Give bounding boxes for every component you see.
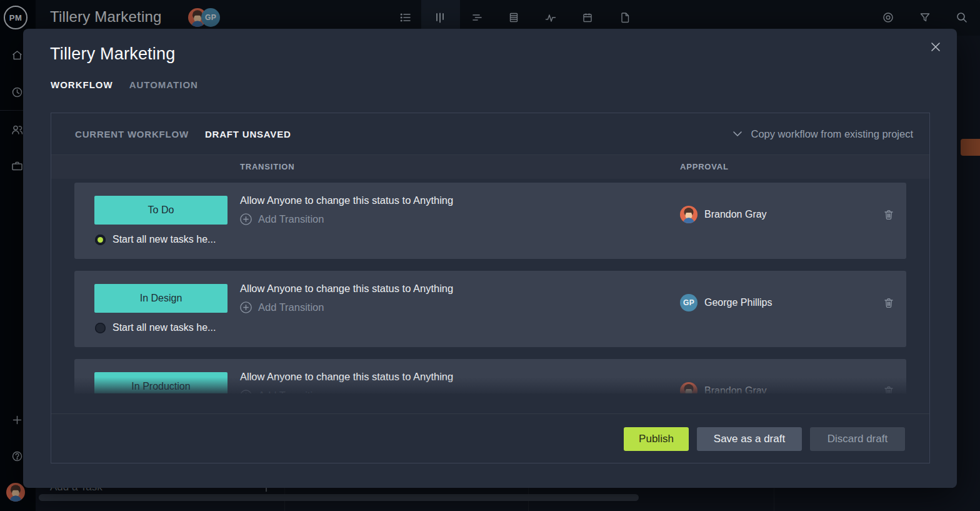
approver-avatar <box>680 206 698 223</box>
add-transition-label: Add Transition <box>258 213 324 225</box>
copy-workflow-dropdown[interactable]: Copy workflow from existing project <box>732 128 913 140</box>
radio-unselected[interactable] <box>95 323 106 333</box>
tab-draft-unsaved[interactable]: DRAFT UNSAVED <box>205 129 291 139</box>
copy-workflow-label: Copy workflow from existing project <box>751 128 913 140</box>
column-header-transition: TRANSITION <box>240 162 294 171</box>
trash-icon[interactable] <box>882 208 895 221</box>
publish-button[interactable]: Publish <box>624 427 689 451</box>
chevron-down-icon <box>732 131 742 137</box>
circle-plus-icon <box>240 301 252 313</box>
approver-name: George Phillips <box>704 294 772 311</box>
circle-plus-icon <box>240 213 252 225</box>
transition-column: Allow Anyone to change this status to An… <box>240 183 680 259</box>
discard-draft-button[interactable]: Discard draft <box>810 427 905 451</box>
tab-workflow[interactable]: WORKFLOW <box>51 79 113 90</box>
modal-tabs: WORKFLOW AUTOMATION <box>51 79 198 90</box>
transition-column: Allow Anyone to change this status to An… <box>240 271 680 347</box>
status-column: In Production <box>74 359 240 393</box>
tab-current-workflow[interactable]: CURRENT WORKFLOW <box>75 129 189 139</box>
status-chip[interactable]: In Production <box>94 372 228 393</box>
trash-icon[interactable] <box>882 385 895 393</box>
add-transition-button[interactable]: Add Transition <box>240 301 680 313</box>
modal-title: Tillery Marketing <box>50 44 175 64</box>
add-transition-label: Add Transition <box>258 390 324 393</box>
tab-automation[interactable]: AUTOMATION <box>129 79 198 90</box>
start-tasks-radio-row[interactable]: Start all new tasks he... <box>95 322 216 333</box>
add-transition-label: Add Transition <box>258 301 324 313</box>
status-column: In Design Start all new tasks he... <box>74 271 240 347</box>
panel-footer: Publish Save as a draft Discard draft <box>51 413 929 464</box>
status-column: To Do Start all new tasks he... <box>74 183 240 259</box>
status-chip[interactable]: To Do <box>94 196 228 225</box>
allow-transition-text: Allow Anyone to change this status to An… <box>240 283 680 295</box>
workflow-rows-viewport[interactable]: To Do Start all new tasks he... Allow An… <box>51 179 929 393</box>
approval-column[interactable]: Brandon Gray <box>680 359 906 393</box>
workflow-row-inproduction: In Production Allow Anyone to change thi… <box>74 359 906 393</box>
workflow-panel: CURRENT WORKFLOW DRAFT UNSAVED Copy work… <box>51 113 930 463</box>
workflow-row-indesign: In Design Start all new tasks he... Allo… <box>74 271 906 347</box>
column-header-approval: APPROVAL <box>680 162 729 171</box>
start-tasks-radio-row[interactable]: Start all new tasks he... <box>95 234 216 245</box>
approval-column[interactable]: GP George Phillips <box>680 271 906 347</box>
add-transition-button[interactable]: Add Transition <box>240 390 680 393</box>
allow-transition-text: Allow Anyone to change this status to An… <box>240 371 680 383</box>
transition-column: Allow Anyone to change this status to An… <box>240 359 680 393</box>
save-as-draft-button[interactable]: Save as a draft <box>697 427 802 451</box>
table-header: TRANSITION APPROVAL <box>51 155 929 179</box>
workflow-panel-tabs: CURRENT WORKFLOW DRAFT UNSAVED Copy work… <box>51 113 929 155</box>
radio-selected[interactable] <box>95 235 106 245</box>
status-chip[interactable]: In Design <box>94 284 228 313</box>
approver-name: Brandon Gray <box>704 206 767 223</box>
circle-plus-icon <box>240 390 252 393</box>
add-transition-button[interactable]: Add Transition <box>240 213 680 225</box>
workflow-row-todo: To Do Start all new tasks he... Allow An… <box>74 183 906 259</box>
approver-name: Brandon Gray <box>704 382 767 393</box>
approver-avatar: GP <box>680 294 698 311</box>
workflow-modal: Tillery Marketing WORKFLOW AUTOMATION CU… <box>23 29 957 488</box>
allow-transition-text: Allow Anyone to change this status to An… <box>240 195 680 206</box>
approval-column[interactable]: Brandon Gray <box>680 183 906 259</box>
radio-label: Start all new tasks he... <box>112 234 216 245</box>
trash-icon[interactable] <box>882 296 895 309</box>
close-icon[interactable] <box>929 41 942 53</box>
approver-avatar <box>680 382 698 393</box>
radio-label: Start all new tasks he... <box>112 322 216 333</box>
